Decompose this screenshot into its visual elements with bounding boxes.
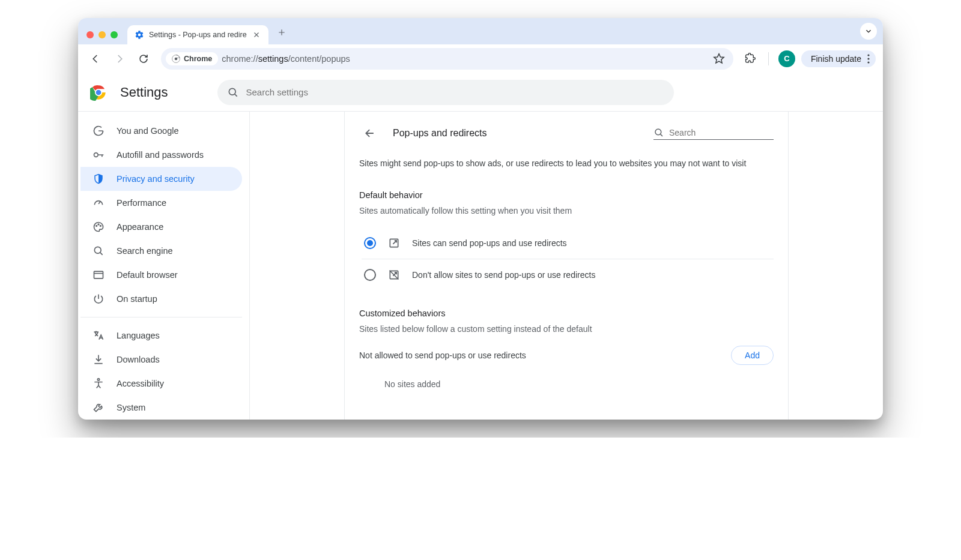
sidebar-item-downloads[interactable]: Downloads xyxy=(80,348,242,372)
svg-point-2 xyxy=(867,54,869,56)
power-icon xyxy=(92,293,105,305)
sidebar-item-search-engine[interactable]: Search engine xyxy=(80,239,242,263)
settings-panel: Pop-ups and redirects Sites might send p… xyxy=(344,112,789,420)
sidebar-item-performance[interactable]: Performance xyxy=(80,191,242,215)
sidebar-item-system[interactable]: System xyxy=(80,396,242,420)
customized-behaviors-subtitle: Sites listed below follow a custom setti… xyxy=(359,324,774,334)
wrench-icon xyxy=(92,402,105,414)
svg-point-3 xyxy=(867,58,869,59)
forward-button[interactable] xyxy=(109,49,130,69)
default-behavior-options: Sites can send pop-ups and use redirects… xyxy=(362,227,774,291)
svg-point-8 xyxy=(229,88,235,95)
shield-icon xyxy=(92,173,105,184)
sidebar-item-label: Downloads xyxy=(117,355,160,364)
close-tab-icon[interactable] xyxy=(252,30,261,40)
translate-icon xyxy=(92,330,105,342)
sidebar-item-label: Appearance xyxy=(117,222,163,232)
default-behavior-title: Default behavior xyxy=(359,190,774,200)
svg-point-13 xyxy=(94,247,101,253)
google-g-icon xyxy=(92,125,105,137)
reload-button[interactable] xyxy=(133,49,154,69)
sidebar-item-label: Languages xyxy=(117,331,160,340)
minimize-window-button[interactable] xyxy=(99,31,106,38)
customized-behaviors-title: Customized behaviors xyxy=(359,309,774,318)
panel-title: Pop-ups and redirects xyxy=(393,128,641,139)
profile-avatar[interactable]: C xyxy=(778,50,795,67)
tab-title: Settings - Pop-ups and redire xyxy=(149,31,247,39)
not-allowed-section: Not allowed to send pop-ups or use redir… xyxy=(359,346,774,365)
search-settings-input[interactable] xyxy=(246,87,664,97)
sidebar-item-label: Search engine xyxy=(117,246,173,256)
svg-point-12 xyxy=(100,226,102,227)
toolbar: Chrome chrome://settings/content/popups … xyxy=(78,44,883,73)
panel-back-button[interactable] xyxy=(359,122,381,144)
sidebar-item-languages[interactable]: Languages xyxy=(80,324,242,348)
site-chip-label: Chrome xyxy=(184,55,212,63)
kebab-menu-icon[interactable] xyxy=(867,54,870,64)
svg-point-9 xyxy=(94,153,99,157)
default-behavior-subtitle: Sites automatically follow this setting … xyxy=(359,206,774,215)
search-icon xyxy=(92,245,105,257)
download-icon xyxy=(92,354,105,366)
window-icon xyxy=(92,269,105,281)
open-external-icon xyxy=(388,237,400,249)
sidebar-item-label: Performance xyxy=(117,198,166,208)
tab-dropdown-button[interactable] xyxy=(860,23,877,40)
panel-search-input[interactable] xyxy=(669,128,774,137)
palette-icon xyxy=(92,221,105,233)
maximize-window-button[interactable] xyxy=(111,31,118,38)
blocked-external-icon xyxy=(388,269,400,281)
radio-option-block[interactable]: Don't allow sites to send pop-ups or use… xyxy=(362,259,774,291)
svg-point-11 xyxy=(98,224,99,225)
sidebar-item-appearance[interactable]: Appearance xyxy=(80,215,242,239)
sidebar-item-label: Accessibility xyxy=(117,379,164,388)
browser-window: Settings - Pop-ups and redire xyxy=(78,18,883,420)
main-area: Pop-ups and redirects Sites might send p… xyxy=(250,112,883,420)
site-chip[interactable]: Chrome xyxy=(166,52,218,65)
sidebar-item-privacy[interactable]: Privacy and security xyxy=(80,167,242,191)
sidebar-item-label: System xyxy=(117,403,145,412)
sidebar-item-on-startup[interactable]: On startup xyxy=(80,287,242,311)
svg-point-15 xyxy=(97,379,99,381)
sidebar-item-you-and-google[interactable]: You and Google xyxy=(80,119,242,143)
chrome-icon xyxy=(172,55,180,63)
radio-label: Sites can send pop-ups and use redirects xyxy=(412,238,567,248)
accessibility-icon xyxy=(92,378,105,390)
speedometer-icon xyxy=(92,197,105,209)
radio-button[interactable] xyxy=(364,269,376,281)
sidebar-item-label: You and Google xyxy=(117,126,178,136)
settings-header: Settings xyxy=(78,73,883,112)
panel-intro-text: Sites might send pop-ups to show ads, or… xyxy=(359,157,774,170)
search-icon xyxy=(227,86,239,98)
sidebar-item-default-browser[interactable]: Default browser xyxy=(80,263,242,287)
toolbar-divider xyxy=(768,52,769,65)
sidebar-item-label: On startup xyxy=(117,294,157,304)
svg-rect-14 xyxy=(94,271,103,278)
not-allowed-label: Not allowed to send pop-ups or use redir… xyxy=(359,351,526,360)
sidebar-item-autofill[interactable]: Autofill and passwords xyxy=(80,143,242,167)
radio-option-allow[interactable]: Sites can send pop-ups and use redirects xyxy=(362,227,774,259)
browser-tab[interactable]: Settings - Pop-ups and redire xyxy=(127,25,268,44)
close-window-button[interactable] xyxy=(86,31,94,38)
extensions-icon[interactable] xyxy=(741,49,761,69)
panel-search[interactable] xyxy=(653,127,774,140)
page-title: Settings xyxy=(120,85,168,100)
bookmark-star-icon[interactable] xyxy=(711,50,727,67)
gear-icon xyxy=(135,30,144,40)
sidebar-item-label: Default browser xyxy=(117,270,178,280)
chrome-logo-icon xyxy=(90,84,107,101)
sidebar-item-accessibility[interactable]: Accessibility xyxy=(80,372,242,396)
search-settings-box[interactable] xyxy=(217,80,674,105)
add-button[interactable]: Add xyxy=(731,346,774,365)
svg-point-10 xyxy=(96,226,97,227)
svg-point-16 xyxy=(655,129,661,135)
finish-update-button[interactable]: Finish update xyxy=(801,50,876,67)
new-tab-button[interactable] xyxy=(273,24,290,41)
back-button[interactable] xyxy=(85,49,106,69)
address-bar[interactable]: Chrome chrome://settings/content/popups xyxy=(161,48,733,70)
radio-button[interactable] xyxy=(364,237,376,249)
url-text: chrome://settings/content/popups xyxy=(222,54,350,64)
no-sites-text: No sites added xyxy=(359,370,774,389)
key-icon xyxy=(92,149,105,161)
sidebar-item-label: Privacy and security xyxy=(117,174,195,184)
